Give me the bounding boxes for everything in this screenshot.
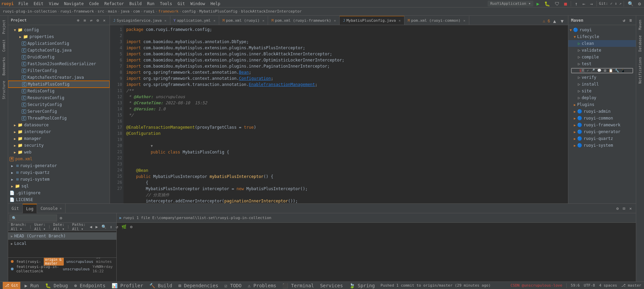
scroll-up-btn[interactable]: ▲ [551,17,557,25]
maven-settings-btn[interactable]: ≡ [628,17,633,23]
status-todo-btn[interactable]: ☑ TODO [223,282,243,289]
tree-file-captchaconfig[interactable]: C CaptchaConfig.java [8,47,110,54]
menu-refactor[interactable]: Refactor [102,0,127,7]
maven-item-ruoyi-admin[interactable]: ▶ 🔵 ruoyi-admin [568,108,636,115]
maven-item-compile[interactable]: ▷ compile [568,54,636,60]
git-layout-btn[interactable]: ⊟ [622,205,627,212]
commit-row[interactable]: feat(ruoyi- origin & master unscrupulous… [8,258,116,265]
menu-tools[interactable]: Tools [157,0,175,7]
sidebar-settings-btn[interactable]: ≡ [82,17,87,23]
git-search-input[interactable] [10,215,57,221]
side-tab-project[interactable]: Project [1,17,6,37]
tab-applicationyml[interactable]: Y application.yml ✕ [170,16,219,25]
stop-btn[interactable]: ■ [563,0,569,7]
sidebar-options-btn[interactable]: ⚙ [95,17,100,23]
breadcrumb-part[interactable]: config [182,9,196,14]
sidebar-collapse-btn[interactable]: ⊕ [76,17,81,23]
status-build-btn[interactable]: 🔨 Build [148,282,174,289]
tab-close-btn[interactable]: ✕ [463,19,465,22]
tab-close-btn[interactable]: ✕ [334,19,336,22]
tree-file-gitignore[interactable]: 📄 .gitignore [8,189,110,196]
status-branch[interactable]: ⎇ master [621,283,641,288]
tree-file-securityconfig[interactable]: C SecurityConfig [8,101,110,108]
tab-pom-ruoyi[interactable]: M pom.xml (ruoyi) ✕ [219,16,268,25]
status-dependencies-btn[interactable]: ⊞ Dependencies [176,282,220,289]
tree-file-fastjson[interactable]: C FastJson2JsonRedisSerializer [8,60,110,67]
bottom-tab-git[interactable]: Git [8,204,23,213]
tree-file-serverconfig[interactable]: C ServerConfig [8,108,110,115]
maven-item-plugins[interactable]: ▶ Plugins [568,101,636,108]
tab-sysloginservice[interactable]: J SysLoginService.java ✕ [110,16,170,25]
tree-file-license[interactable]: 📄 LICENSE [8,196,110,203]
maven-item-ruoyi-framework[interactable]: ▶ 🔵 ruoyi-framework [568,122,636,128]
debug-btn[interactable]: 🐛 [543,0,552,7]
menu-build[interactable]: Build [127,0,144,7]
tree-file-threadpoolconfig[interactable]: C ThreadPoolConfig [8,115,110,122]
tab-close-btn[interactable]: ✕ [164,19,166,22]
tree-folder-quartz[interactable]: ▶ ⊞ ruoyi-quartz [8,169,110,176]
status-problems-btn[interactable]: ⚠ Problems [246,282,278,289]
run-btn[interactable]: ▶ [535,0,541,7]
menu-git[interactable]: Git [175,0,188,7]
tab-close-btn[interactable]: ✕ [60,206,62,210]
bottom-tab-console[interactable]: Console ✕ [37,204,65,213]
tree-file-kaptcha[interactable]: C KaptchaTextCreator.java [8,74,110,81]
forward-btn[interactable]: → [588,0,594,7]
tree-folder-manager[interactable]: ▶ 📁 manager [8,135,110,142]
scroll-down-btn[interactable]: ▼ [559,17,565,25]
breadcrumb-part[interactable]: framework [158,9,179,14]
coverage-btn[interactable]: 🛡 [553,0,561,7]
breadcrumb-part[interactable]: ruoyi [144,9,155,14]
tree-file-applicationconfig[interactable]: C ApplicationConfig [8,40,110,47]
tree-file-pomxml[interactable]: M pom.xml [8,156,110,162]
breadcrumb-part[interactable]: ruoyi-plug-in-collection [3,9,57,14]
tree-folder-system[interactable]: ▶ ⊞ ruoyi-system [8,176,110,183]
tab-close-btn[interactable]: ✕ [213,19,215,22]
maven-item-ruoyi[interactable]: ▼ 🔵 ruoyi [568,26,636,33]
side-tab-commit[interactable]: Commit [1,37,6,54]
tab-mybatisplusconfig[interactable]: J MybatisPlusConfig.java ✕ [340,16,404,25]
git-close-btn[interactable]: ✕ [628,205,633,212]
filter-branch[interactable]: Branch: All ▾ [10,222,28,231]
tree-file-druidconfig[interactable]: C DruidConfig [8,54,110,60]
maven-item-validate[interactable]: ▷ validate [568,47,636,54]
menu-help[interactable]: Help [208,0,223,7]
filter-user[interactable]: User: All ▾ [33,222,47,231]
commit-row[interactable]: feat(ruoyi-plug-in-collection)k unscrupu… [8,265,116,273]
tree-folder-web[interactable]: ▶ 📁 web [8,149,110,156]
filter-paths[interactable]: Paths: All ▾ [71,222,87,231]
tab-close-btn[interactable]: ✕ [262,19,264,22]
menu-run[interactable]: Run [144,0,157,7]
breadcrumb-part[interactable]: com [133,9,140,14]
maven-item-install[interactable]: ▷ install [568,81,636,88]
tree-folder-config[interactable]: ▼ 📁 config [8,26,110,33]
run-config[interactable]: RuoYiApplication ▾ [488,1,533,6]
branch-item-head[interactable]: ▶ HEAD (Current Branch) [8,232,116,240]
search-btn[interactable]: 🔍 [626,0,635,7]
side-tab-bookmarks[interactable]: Bookmarks [1,54,6,78]
git-settings-btn[interactable]: ⚙ [615,205,620,212]
maven-item-ruoyi-common[interactable]: ▶ 🔵 ruoyi-common [568,115,636,122]
sidebar-expand-btn[interactable]: ⇌ [89,17,94,23]
status-endpoints-btn[interactable]: ⊕ Endpoints [72,282,107,289]
maven-item-ruoyi-generator[interactable]: ▶ 🔵 ruoyi-generator [568,128,636,135]
status-encoding[interactable]: UTF-8 [584,283,595,288]
tree-file-mybatisplusconfig[interactable]: C MybatisPlusConfig [8,81,110,88]
breadcrumb-part[interactable]: main [108,9,117,14]
menu-window[interactable]: Window [188,0,208,7]
bottom-tab-log[interactable]: Log [23,204,37,213]
sidebar-close-btn[interactable]: ✕ [102,17,107,23]
tree-folder-security[interactable]: ▶ 📁 security [8,142,110,149]
side-tab-structure[interactable]: Structure [1,78,6,102]
side-tab-maven[interactable]: Maven [638,17,643,33]
tree-folder-generator[interactable]: ▶ ⊞ ruoyi-generator [8,162,110,169]
branch-item-local[interactable]: ▶ Local [8,240,116,247]
git-filter-next[interactable]: ▶ [94,224,99,230]
maven-item-ruoyi-quartz[interactable]: ▶ 🔵 ruoyi-quartz [568,135,636,142]
status-terminal-btn[interactable]: ⬛ Terminal [281,282,316,289]
status-run-btn[interactable]: ▶ Run [23,282,41,289]
status-debug-btn[interactable]: 🐛 Debug [43,282,70,289]
status-git-btn[interactable]: ⎇ Git [3,282,20,289]
breadcrumb-part[interactable]: ruoyi-framework [60,9,94,14]
filter-date[interactable]: Date: All ▾ [52,222,66,231]
